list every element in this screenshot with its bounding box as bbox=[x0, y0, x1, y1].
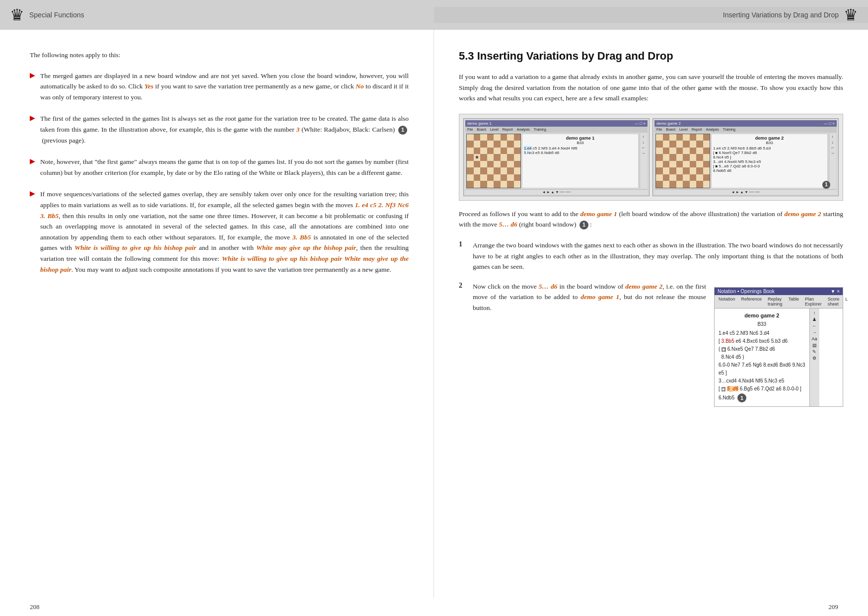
left-header-title: Special Functions bbox=[29, 11, 84, 19]
header-right: Inserting Variations by Drag and Drop ♛ bbox=[434, 7, 868, 23]
step-2-number: 2 bbox=[459, 282, 466, 290]
bullet-text-2: The first of the games selected in the g… bbox=[40, 113, 409, 146]
chess-screenshot: demo game 1 — □ × FileBoardLevelReportAn… bbox=[459, 114, 843, 201]
page-number-right: 209 bbox=[434, 603, 838, 611]
step-2-text: Now click on the move 5… d6 in the board… bbox=[473, 281, 706, 313]
chess-icon-right: ♛ bbox=[844, 7, 858, 23]
move-line-3: ( ■ 6.Nxe5 Qe7 7.Bb2 d6 bbox=[719, 346, 805, 353]
notation-panel-pin: ▼ × bbox=[830, 289, 840, 294]
move-line-1: 1.e4 c5 2.Nf3 Nc6 3.d4 bbox=[719, 330, 805, 337]
left-board-menu: FileBoardLevelReportAnalysisTraining bbox=[465, 127, 648, 133]
yes-label: Yes bbox=[145, 82, 153, 90]
step-1: 1 Arrange the two board windows with the… bbox=[459, 240, 843, 272]
bullet-item-2: ▶ The first of the games selected in the… bbox=[30, 113, 409, 146]
highlighted-move: 5_d6 bbox=[727, 386, 738, 391]
bullet-text-3: Note, however, that "the first game" alw… bbox=[40, 156, 409, 178]
main-content: The following notes apply to this: ▶ The… bbox=[0, 30, 868, 598]
right-board-titlebar: demo game 2 — □ × bbox=[654, 120, 837, 127]
right-board-scrollbar: ◄ ► ▲ ▼ ── ── bbox=[654, 189, 837, 194]
right-board-menu: FileBoardLevelReportAnalysisTraining bbox=[654, 127, 837, 133]
tab-plan[interactable]: Plan Explorer bbox=[803, 296, 824, 307]
right-intro: If you want to add a variation to a game… bbox=[459, 72, 843, 104]
left-intro: The following notes apply to this: bbox=[30, 50, 409, 61]
move-line-8: [ ■ 5_d6 6.Bg5 e6 7.Qd2 a6 8.0-0-0 ] bbox=[719, 385, 805, 392]
chess-icon-left: ♛ bbox=[10, 7, 24, 23]
page-footer: 208 209 bbox=[0, 598, 868, 616]
move-line-4: 8.Nc4 d5 ) bbox=[719, 354, 805, 361]
demo-game-2-step2: demo game 2 bbox=[625, 283, 662, 290]
notation-panel: Notation • Openings Book ▼ × Notation Re… bbox=[714, 287, 843, 407]
right-side-icons: ↑↓←→ bbox=[829, 134, 836, 188]
left-chessboard: ♚ bbox=[466, 134, 521, 188]
left-page: The following notes apply to this: ▶ The… bbox=[0, 30, 434, 598]
move-line-6: e5 ] bbox=[719, 370, 805, 377]
tab-table[interactable]: Table bbox=[787, 296, 801, 307]
left-board-body: ♚ demo game 1 B33 1.e4 c5 2.Nf3 3.d4 4.N… bbox=[465, 133, 648, 189]
move-5d6: 5… d6 bbox=[539, 283, 558, 290]
step-1-text: Arrange the two board windows with the g… bbox=[473, 240, 843, 272]
step-1-number: 1 bbox=[459, 240, 466, 248]
panel-eco: B33 bbox=[719, 320, 805, 328]
bullet-arrow-2: ▶ bbox=[30, 114, 35, 122]
left-game-title: demo game 1 bbox=[524, 136, 637, 141]
right-board-body: demo game 2 B33 1.e4 c5 2.Nf3 Nc6 3.Bb5 … bbox=[654, 133, 837, 189]
move-line-9: 6.Ndb5 1 bbox=[719, 393, 805, 402]
right-eco: B33 bbox=[713, 141, 826, 145]
left-notation: demo game 1 B33 1.e4 c5 2.Nf3 3.d4 4.Nxd… bbox=[522, 134, 639, 188]
bullet-arrow-4: ▶ bbox=[30, 189, 35, 198]
screenshot-badge: 1 bbox=[822, 181, 830, 189]
left-board-titlebar: demo game 1 — □ × bbox=[465, 120, 648, 127]
proceed-text: Proceed as follows if you want to add to… bbox=[459, 209, 843, 230]
left-board-window: demo game 1 — □ × FileBoardLevelReportAn… bbox=[463, 118, 650, 196]
right-notation: demo game 2 B33 1.e4 c5 2.Nf3 Nc6 3.Bb5 … bbox=[711, 134, 828, 188]
panel-side-icons: ↑ ♟ ← → Aa ▤ ✎ ⚙ bbox=[809, 308, 819, 407]
example-move-2: 3. Bb5 bbox=[292, 233, 311, 241]
panel-badge: 1 bbox=[737, 393, 746, 402]
right-header-title: Inserting Variations by Drag and Drop bbox=[723, 11, 839, 19]
left-board-controls: — □ × bbox=[635, 121, 646, 126]
right-chessboard bbox=[655, 134, 710, 188]
notation-panel-body: demo game 2 B33 1.e4 c5 2.Nf3 Nc6 3.d4 [… bbox=[715, 308, 843, 407]
notation-panel-title-text: Notation • Openings Book bbox=[718, 289, 775, 294]
notation-panel-tabs: Notation Reference Replay training Table… bbox=[715, 295, 843, 308]
section-heading: 5.3 Inserting Variations by Drag and Dro… bbox=[459, 50, 843, 63]
demo-game-2-ref: demo game 2 bbox=[784, 210, 821, 218]
page-header: ♛ Special Functions Inserting Variations… bbox=[0, 0, 868, 30]
example-moves: 1. e4 c5 2. Nf3 Nc6 3. Bb5 bbox=[40, 201, 409, 220]
right-board-title: demo game 2 bbox=[656, 121, 681, 126]
bullet-arrow-1: ▶ bbox=[30, 71, 35, 79]
left-eco: B33 bbox=[524, 141, 637, 145]
panel-game-title: demo game 2 bbox=[719, 311, 805, 320]
left-board-title: demo game 1 bbox=[467, 121, 492, 126]
bullet-item-3: ▶ Note, however, that "the first game" a… bbox=[30, 156, 409, 178]
right-board-controls: — □ × bbox=[824, 121, 835, 126]
right-board-window: demo game 2 — □ × FileBoardLevelReportAn… bbox=[652, 118, 839, 196]
annotation-1: White is willing to give up his bishop p… bbox=[74, 244, 196, 251]
bullet-text-4: If move sequences/variations of the sele… bbox=[40, 189, 409, 275]
combined-annotation: White is willing to give up his bishop p… bbox=[40, 255, 409, 273]
tab-reference[interactable]: Reference bbox=[739, 296, 764, 307]
tab-score[interactable]: Score sheet bbox=[826, 296, 842, 307]
page-number-left: 208 bbox=[30, 603, 434, 611]
tab-replay[interactable]: Replay training bbox=[766, 296, 785, 307]
bullet-item-1: ▶ The merged games are displayed in a ne… bbox=[30, 71, 409, 103]
right-game-title: demo game 2 bbox=[713, 136, 826, 141]
game-number: 3 bbox=[296, 126, 300, 133]
header-left: ♛ Special Functions bbox=[0, 7, 434, 23]
tab-l[interactable]: L bbox=[843, 296, 850, 307]
demo-game-1-ref: demo game 1 bbox=[580, 210, 617, 218]
section-title: Inserting Variations by Drag and Drop bbox=[477, 50, 673, 62]
section-number: 5.3 bbox=[459, 50, 474, 62]
notation-content: demo game 2 B33 1.e4 c5 2.Nf3 Nc6 3.d4 [… bbox=[715, 308, 809, 407]
move-ref: 5… d6 bbox=[499, 221, 517, 228]
badge-1: 1 bbox=[398, 126, 407, 135]
no-label: No bbox=[356, 82, 364, 90]
bullet-text-1: The merged games are displayed in a new … bbox=[40, 71, 409, 103]
bullet-item-4: ▶ If move sequences/variations of the se… bbox=[30, 189, 409, 275]
annotation-2: White may give up the bishop pair bbox=[256, 244, 356, 251]
left-side-icons: ↑↓←→ bbox=[640, 134, 647, 188]
notation-panel-header: Notation • Openings Book ▼ × bbox=[715, 288, 843, 295]
bullet-arrow-3: ▶ bbox=[30, 157, 35, 165]
tab-notation[interactable]: Notation bbox=[717, 296, 737, 307]
step-2: 2 Now click on the move 5… d6 in the boa… bbox=[459, 281, 706, 313]
